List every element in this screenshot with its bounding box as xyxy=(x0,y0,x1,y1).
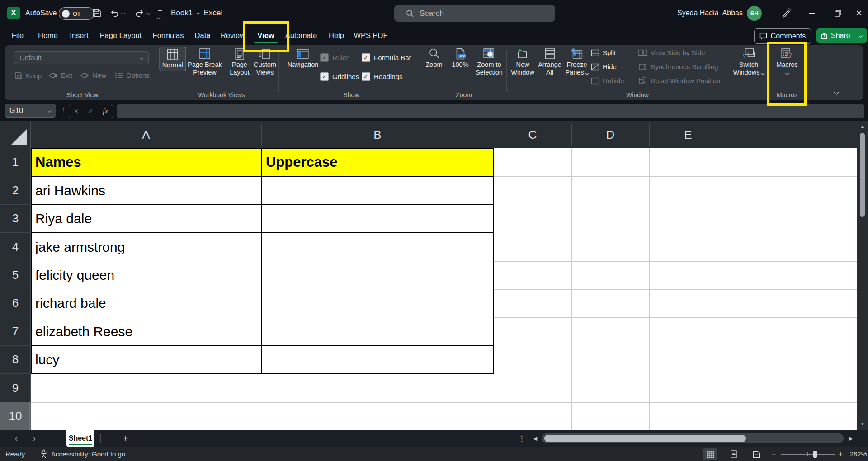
column-header-b[interactable]: B xyxy=(373,121,381,148)
zoom-button[interactable]: Zoom xyxy=(423,47,444,70)
tab-formulas[interactable]: Formulas xyxy=(150,27,187,44)
tab-insert[interactable]: Insert xyxy=(67,27,91,44)
row-header-4[interactable]: 4 xyxy=(0,233,31,261)
sheet-tab-sheet1[interactable]: Sheet1 xyxy=(66,430,94,447)
normal-view-status-button[interactable] xyxy=(703,448,717,460)
undo-dropdown-icon[interactable] xyxy=(121,11,125,15)
vertical-scrollbar-thumb[interactable] xyxy=(860,133,865,217)
minimize-button[interactable] xyxy=(803,4,821,22)
unhide-button[interactable]: Unhide xyxy=(591,77,624,85)
keep-button[interactable]: Keep xyxy=(14,71,42,80)
unhide-icon xyxy=(591,77,599,85)
formula-input[interactable] xyxy=(117,104,864,118)
headings-checkbox[interactable]: ✓ Headings xyxy=(362,72,402,81)
arrange-all-button[interactable]: ArrangeAll xyxy=(536,47,564,78)
new-sheet-view-button[interactable]: New xyxy=(80,71,106,79)
tab-home[interactable]: Home xyxy=(35,27,61,44)
switch-windows-button[interactable]: SwitchWindows xyxy=(731,47,767,78)
avatar[interactable]: SH xyxy=(747,6,762,21)
row-header-8[interactable]: 8 xyxy=(0,346,31,374)
hscroll-right-icon[interactable]: ▶ xyxy=(846,434,855,443)
zoom-in-button[interactable]: + xyxy=(835,448,845,460)
row-header-10-active[interactable]: 10 xyxy=(0,402,31,430)
tab-wps-pdf[interactable]: WPS PDF xyxy=(351,27,390,44)
tab-data[interactable]: Data xyxy=(192,27,213,44)
draft-pen-button[interactable] xyxy=(781,8,792,19)
search-input[interactable]: Search xyxy=(394,5,555,22)
row-header-6[interactable]: 6 xyxy=(0,289,31,317)
comments-button[interactable]: Comments xyxy=(754,28,811,44)
tab-review[interactable]: Review xyxy=(218,27,248,44)
macros-button[interactable]: Macros xyxy=(774,47,800,78)
cell-area[interactable]: Names ari Hawkins Riya dale jake armstro… xyxy=(31,148,857,430)
row-header-3[interactable]: 3 xyxy=(0,205,31,233)
close-button[interactable]: × xyxy=(850,4,868,22)
column-header-e[interactable]: E xyxy=(684,121,692,148)
row-header-1[interactable]: 1 xyxy=(0,148,31,176)
accessibility-status[interactable]: Accessibility: Good to go xyxy=(40,449,125,458)
row-header-7[interactable]: 7 xyxy=(0,317,31,346)
name-box[interactable]: G10 xyxy=(5,104,56,118)
share-dropdown[interactable] xyxy=(855,28,866,43)
restore-button[interactable] xyxy=(829,4,847,22)
add-sheet-button[interactable]: + xyxy=(120,433,131,444)
share-button[interactable]: Share xyxy=(816,28,867,43)
custom-views-button[interactable]: CustomViews xyxy=(251,47,278,78)
scroll-down-icon[interactable]: ▼ xyxy=(857,419,868,428)
column-header-d[interactable]: D xyxy=(606,121,615,148)
page-break-status-button[interactable] xyxy=(750,448,763,460)
undo-button[interactable] xyxy=(109,8,124,18)
navigation-button[interactable]: Navigation xyxy=(285,47,321,70)
row-header-2[interactable]: 2 xyxy=(0,176,31,205)
normal-view-button[interactable]: Normal xyxy=(160,47,186,71)
new-window-button[interactable]: NewWindow xyxy=(509,47,537,78)
collapse-ribbon-button[interactable] xyxy=(835,88,838,96)
zoom-out-button[interactable]: − xyxy=(769,448,778,460)
row-header-5[interactable]: 5 xyxy=(0,261,31,289)
redo-dropdown-icon[interactable] xyxy=(146,11,150,15)
exit-button[interactable]: Exit xyxy=(49,71,72,79)
ruler-checkbox[interactable]: ✓ Ruler xyxy=(320,53,349,62)
sheet-view-options-button[interactable]: Options xyxy=(115,71,150,79)
tab-automate[interactable]: Automate xyxy=(283,27,320,44)
tab-page-layout[interactable]: Page Layout xyxy=(97,27,145,44)
page-break-preview-button[interactable]: Page BreakPreview xyxy=(185,47,224,78)
zoom-100-button[interactable]: 100 100% xyxy=(449,47,471,70)
tab-file[interactable]: File xyxy=(9,27,27,44)
autosave-toggle[interactable]: Off xyxy=(59,7,94,20)
reset-window-position-button[interactable]: Reset Window Position xyxy=(638,77,720,85)
page-layout-status-button[interactable] xyxy=(727,448,741,460)
sheet-prev-button[interactable]: ‹ xyxy=(11,434,22,443)
hide-button[interactable]: Hide xyxy=(591,63,617,71)
row-header-9[interactable]: 9 xyxy=(0,374,31,402)
cancel-formula-button[interactable]: × xyxy=(74,107,79,116)
tab-bar-more-button[interactable]: ⋮ xyxy=(517,433,526,444)
name-box-drag-handle[interactable]: ⋮ xyxy=(61,104,67,118)
view-side-by-side-button[interactable]: View Side by Side xyxy=(638,49,705,56)
redo-button[interactable] xyxy=(135,8,150,18)
sheet-view-dropdown[interactable]: Default xyxy=(14,51,149,64)
formula-bar-checkbox[interactable]: ✓ Formula Bar xyxy=(362,53,411,62)
column-header-c[interactable]: C xyxy=(528,121,537,148)
insert-function-button[interactable]: fx xyxy=(103,107,108,115)
gridlines-checkbox[interactable]: ✓ Gridlines xyxy=(320,72,359,81)
select-all-button[interactable] xyxy=(0,121,31,148)
zoom-slider-track[interactable] xyxy=(781,454,835,455)
scroll-up-icon[interactable]: ▲ xyxy=(857,122,868,130)
hscroll-left-icon[interactable]: ◀ xyxy=(531,434,540,443)
column-header-a[interactable]: A xyxy=(142,121,150,148)
freeze-panes-button[interactable]: FreezePanes xyxy=(563,47,590,78)
quick-access-toolbar-button[interactable] xyxy=(157,10,162,21)
page-layout-view-button[interactable]: PageLayout xyxy=(227,47,252,78)
zoom-to-selection-button[interactable]: Zoom toSelection xyxy=(473,47,505,78)
sheet-next-button[interactable]: › xyxy=(29,434,40,443)
zoom-level[interactable]: 262% xyxy=(850,450,867,458)
zoom-slider-thumb[interactable] xyxy=(813,451,817,458)
enter-formula-button[interactable]: ✓ xyxy=(88,107,94,115)
horizontal-scrollbar-thumb[interactable] xyxy=(544,435,746,442)
vertical-scrollbar[interactable]: ▲ ▼ xyxy=(857,121,868,430)
synchronous-scrolling-button[interactable]: Synchronous Scrolling xyxy=(638,63,718,71)
split-button[interactable]: Split xyxy=(591,49,616,56)
tab-help[interactable]: Help xyxy=(326,27,347,44)
save-button[interactable] xyxy=(92,8,102,18)
